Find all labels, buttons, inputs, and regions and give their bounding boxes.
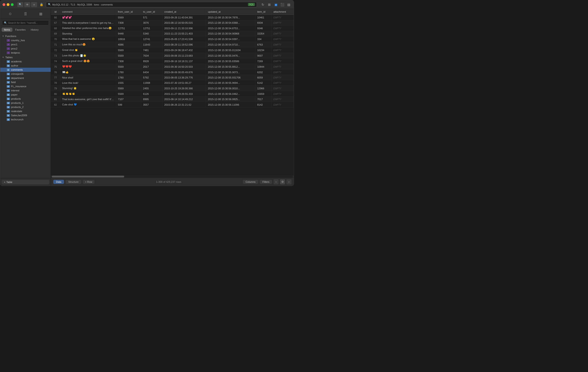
tab-history[interactable]: History	[28, 28, 41, 32]
sidebar-item-author[interactable]: author	[0, 63, 51, 68]
server-icon-btn[interactable]: ⊙	[7, 11, 14, 17]
sidebar-item-products-1[interactable]: products_1	[0, 101, 51, 105]
table-container[interactable]: id comment from_user_id to_user_id creat…	[51, 9, 294, 175]
sidebar-search-bar[interactable]: 🔍 Search for item: ^name$...	[2, 20, 49, 25]
sidebar-item-comments[interactable]: comments	[0, 68, 51, 72]
database-icon-btn[interactable]: 🗄	[22, 11, 29, 17]
sidebar-item-field[interactable]: field	[0, 80, 51, 84]
col-to-user-id[interactable]: to_user_id	[141, 9, 162, 15]
cell-id: 67	[51, 20, 60, 26]
sidebar-icon[interactable]: 🔍	[17, 2, 23, 7]
sidebar-item-testproc[interactable]: testproc	[0, 51, 51, 55]
minimize-button[interactable]	[7, 3, 10, 6]
sidebar-item-realestate[interactable]: realestate	[0, 109, 51, 113]
sidebar-item-products-2[interactable]: products_2	[0, 105, 51, 109]
prev-page-button[interactable]: ‹	[273, 179, 279, 184]
tab-items[interactable]: Items	[2, 28, 12, 32]
table-row[interactable]: 80👏👏👏👏556961262015-11-27 09:26:55.333201…	[51, 91, 294, 97]
table-row[interactable]: 79Stunning! 🌟556924552015-10-25 19:26:00…	[51, 86, 294, 91]
table-row[interactable]: 68Deleted the other preferred this one h…	[51, 26, 294, 31]
split-v-icon-btn[interactable]: ⬛	[280, 2, 285, 7]
next-page-button[interactable]: ›	[286, 179, 292, 184]
col-from-user-id[interactable]: from_user_id	[116, 9, 141, 15]
table-row[interactable]: 71Love this so much😍4086116432015-08-29 …	[51, 42, 294, 47]
sidebar-item-department[interactable]: department	[0, 76, 51, 80]
item-label: field	[11, 81, 16, 84]
cell-id: 78	[51, 80, 60, 86]
col-updated-at[interactable]: updated_at	[206, 9, 255, 15]
tab-favorites[interactable]: Favorites	[13, 28, 28, 32]
table-icon	[7, 69, 10, 71]
bottom-bar: Data Structure + Row 1-300 of 429,237 ro…	[51, 178, 294, 186]
add-row-label: Row	[87, 181, 92, 183]
table-row[interactable]: 74Such a great shot! 😍😍730889282015-08-1…	[51, 59, 294, 64]
table-row[interactable]: 78Love this look!1555119082015-07-30 19:…	[51, 80, 294, 86]
scroll-thumb[interactable]	[52, 176, 124, 178]
item-label: author	[11, 64, 18, 67]
eye-icon-btn[interactable]: 👁	[24, 2, 30, 7]
sidebar-item-products[interactable]: products	[0, 97, 51, 101]
tables-header[interactable]: ▼ Tables	[0, 55, 51, 59]
cell-to-user_id: 2017	[141, 64, 162, 70]
close-button[interactable]	[2, 3, 5, 6]
sidebar-item-crimejan06[interactable]: crimejan06	[0, 72, 51, 76]
list-icon-btn[interactable]: ≡	[31, 2, 37, 7]
cell-updated-at: 2015-12-08 15:30:55.931706	[206, 75, 255, 80]
cell-created-at: 2015-08-29 11:19:52.096	[162, 42, 206, 47]
table-row[interactable]: 67This skirt is everywhere I need to get…	[51, 20, 294, 26]
table-row[interactable]: 82Cute shot 💙59935572015-08-26 22:31:21.…	[51, 102, 294, 108]
lock-icon[interactable]: 🔒	[39, 2, 44, 7]
table-icon	[7, 64, 10, 67]
col-item-id[interactable]: item_id	[255, 9, 272, 15]
table-icon-btn[interactable]: ▦	[37, 11, 44, 17]
cell-created-at: 2015-07-30 19:51:00.27	[162, 80, 206, 86]
cell-updated-at: 2015-12-08 15:30:55.011634	[206, 47, 255, 53]
horizontal-scrollbar[interactable]	[51, 175, 294, 178]
columns-button[interactable]: Columns	[243, 180, 258, 184]
col-attachment[interactable]: attachment	[272, 9, 294, 15]
data-table: id comment from_user_id to_user_id creat…	[51, 9, 294, 108]
filters-button[interactable]: Filters	[260, 180, 272, 184]
table-row[interactable]: 81That looks awesome, girl! Love that ou…	[51, 97, 294, 102]
add-table-button[interactable]: + Table	[2, 180, 49, 184]
col-id[interactable]: id	[51, 9, 60, 15]
sidebar-item-academic[interactable]: academic	[0, 59, 51, 63]
table-row[interactable]: 76👀👍178064342015-08-06 00:05:49.8762015-…	[51, 70, 294, 75]
cell-item-id: 6934	[255, 20, 272, 26]
split-h-icon-btn[interactable]: ▣	[273, 2, 279, 7]
table-row[interactable]: 77Nice shot!178057922015-08-05 13:36:29.…	[51, 75, 294, 80]
table-row[interactable]: 73Love this photo 🗒️🌟556976342015-09-06 …	[51, 53, 294, 59]
cell-from-user_id: 1555	[116, 80, 141, 86]
table-row[interactable]: 72Great shot 👏556974812015-09-24 06:18:4…	[51, 47, 294, 53]
connection-bar: 🔍 MySQL 8.0.12 : TLS : MySQL 3308 : tono…	[46, 2, 257, 7]
table-row[interactable]: 70Wow that hat is awesome 😮1091612741201…	[51, 36, 294, 42]
panel-icon-btn[interactable]: ▤	[286, 2, 292, 7]
add-row-button[interactable]: + Row	[83, 180, 94, 184]
cell-item-id: 9007	[255, 53, 272, 59]
sidebar-item-proc2[interactable]: proc2	[0, 47, 51, 51]
functions-header[interactable]: ▼ Functions	[0, 34, 51, 38]
titlebar-icons: 🔍 👁 ≡	[17, 2, 37, 7]
table-row[interactable]: 69Stunning944853402015-11-23 15:55:21.40…	[51, 31, 294, 36]
sidebar-item-paper[interactable]: paper	[0, 92, 51, 97]
structure-tab[interactable]: Structure	[65, 180, 81, 184]
table-row[interactable]: 66💕💕💕55695712015-09-26 11:43:04.3912015-…	[51, 15, 294, 20]
settings-button[interactable]: ⚙	[280, 179, 285, 184]
table-icon	[7, 81, 10, 84]
data-tab[interactable]: Data	[53, 180, 64, 184]
sidebar-item-interest[interactable]: interest	[0, 88, 51, 92]
sidebar-item-salesjan2009[interactable]: SalesJan2009	[0, 113, 51, 117]
sidebar-item-techcrunch[interactable]: techcrunch	[0, 117, 51, 121]
sidebar-item-proc1[interactable]: proc1	[0, 42, 51, 47]
connection-string: MySQL 8.0.12 : TLS : MySQL 3308 : tono :…	[52, 3, 113, 6]
col-comment[interactable]: comment	[60, 9, 116, 15]
grid-icon-btn[interactable]: ⊞	[267, 2, 272, 7]
cell-comment: 💕💕💕	[60, 15, 116, 20]
col-created-at[interactable]: created_at	[162, 9, 206, 15]
sidebar-item-country-hos[interactable]: country_hos	[0, 38, 51, 42]
sidebar-item-fl-insurance[interactable]: FL_insurance	[0, 84, 51, 88]
table-row[interactable]: 75❤️❤️❤️556920172015-09-30 16:50:20.5032…	[51, 64, 294, 70]
maximize-button[interactable]	[11, 3, 14, 6]
refresh-icon-btn[interactable]: ↻	[260, 2, 266, 7]
item-label: products_1	[11, 101, 23, 104]
